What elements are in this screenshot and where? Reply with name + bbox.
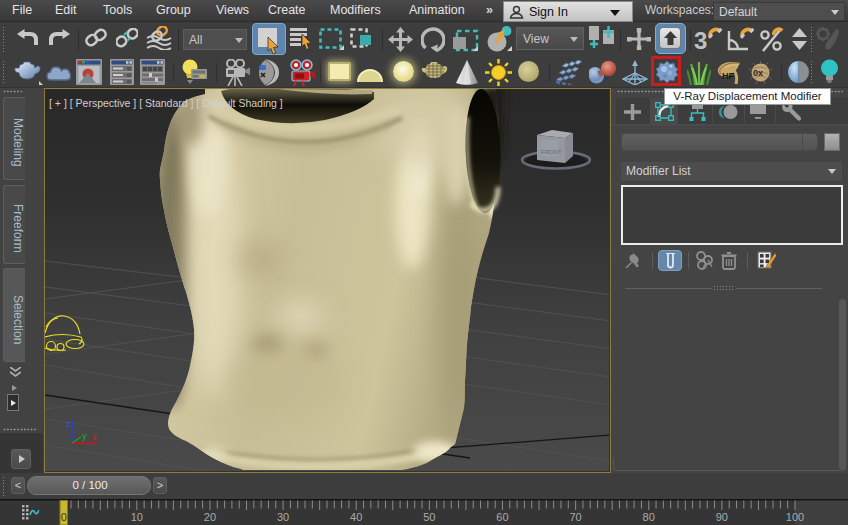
- svg-text:z: z: [66, 419, 71, 429]
- svg-text:100: 100: [786, 511, 804, 523]
- svg-text:50: 50: [423, 511, 435, 523]
- svg-text:20: 20: [204, 511, 216, 523]
- svg-text:40: 40: [350, 511, 362, 523]
- svg-text:x: x: [92, 432, 97, 442]
- svg-text:y: y: [82, 431, 87, 441]
- svg-text:FRONT: FRONT: [541, 149, 562, 155]
- svg-text:90: 90: [716, 511, 728, 523]
- svg-text:HF: HF: [722, 71, 734, 81]
- svg-text:0x: 0x: [753, 68, 763, 78]
- svg-text:30: 30: [277, 511, 289, 523]
- svg-text:0: 0: [61, 511, 67, 523]
- svg-text:[ + ] [ Perspective ] [ Standa: [ + ] [ Perspective ] [ Standard ] [ Def…: [49, 97, 283, 109]
- svg-text:10: 10: [131, 511, 143, 523]
- svg-text:80: 80: [643, 511, 655, 523]
- svg-text:60: 60: [496, 511, 508, 523]
- svg-text:70: 70: [569, 511, 581, 523]
